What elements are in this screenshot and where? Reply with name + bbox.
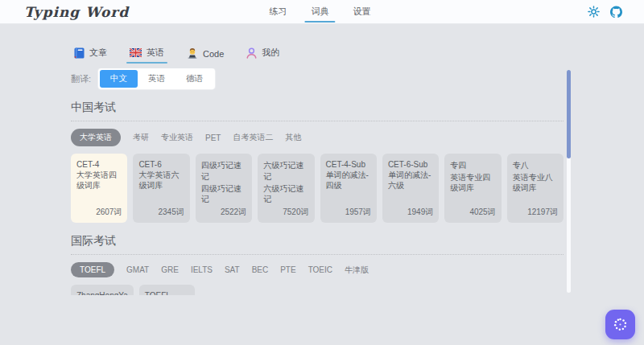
card-desc: 单词的减法-四级 [326, 170, 371, 191]
app-header: Typing Word 练习 词典 设置 [0, 0, 644, 24]
dict-card-toefl-common[interactable]: TOEFL 托福考试常见词 [139, 285, 195, 295]
card-word-count: 1949词 [407, 207, 433, 218]
filter-pill-sat[interactable]: SAT [225, 265, 240, 274]
filter-pills: 大学英语 考研 专业英语 PET 自考英语二 其他 [71, 129, 564, 146]
card-word-count: 7520词 [283, 207, 308, 218]
card-word-count: 4025词 [469, 207, 495, 218]
filter-pill-other[interactable]: 其他 [285, 132, 301, 143]
card-title: 专四 [450, 160, 495, 171]
nav-active-underline [304, 21, 335, 23]
tab-label: 我的 [262, 47, 279, 59]
header-icons [588, 0, 622, 23]
card-word-count: 12197词 [527, 207, 558, 218]
translate-option-chinese[interactable]: 中文 [100, 70, 138, 88]
dict-card-tem8[interactable]: 专八 英语专业八级词库 12197词 [507, 154, 564, 223]
dict-card-cet4-sub[interactable]: CET-4-Sub 单词的减法-四级 1957词 [320, 154, 377, 223]
card-title: CET-4-Sub [326, 160, 371, 169]
floating-settings-button[interactable] [605, 310, 635, 339]
filter-pill-college-english[interactable]: 大学英语 [71, 129, 121, 146]
section-title: 国际考试 [71, 234, 564, 248]
card-desc: 英语专业八级词库 [513, 172, 558, 193]
card-title: 四级巧记速记 [201, 160, 246, 183]
main-area: 文章 英语 [0, 24, 644, 345]
dictionary-cards: ZhangHongYa 的TOEFL词... TOEFL 托福考试常见词 [71, 285, 564, 295]
tab-mine[interactable]: 我的 [243, 45, 283, 64]
person-icon [246, 47, 257, 59]
dict-card-cet6-sub[interactable]: CET-6-Sub 单词的减法-六级 1949词 [382, 154, 439, 223]
app-logo: Typing Word [24, 4, 129, 20]
filter-pill-gre[interactable]: GRE [161, 265, 179, 274]
nav-item-practice[interactable]: 练习 [267, 0, 288, 23]
card-word-count: 1957词 [345, 207, 371, 218]
card-desc: 大学英语六级词库 [138, 170, 184, 191]
filter-pill-major-english[interactable]: 专业英语 [161, 132, 193, 143]
filter-pill-gmat[interactable]: GMAT [126, 265, 149, 274]
filter-pill-kaoyan[interactable]: 考研 [133, 132, 149, 143]
tab-code[interactable]: Code [184, 47, 227, 64]
tab-active-underline [126, 62, 167, 64]
tab-label: Code [203, 49, 224, 59]
dict-card-tem4[interactable]: 专四 英语专业四级词库 4025词 [444, 154, 501, 223]
translate-row: 翻译: 中文 英语 德语 [71, 68, 564, 89]
card-title: TOEFL [145, 291, 189, 295]
filter-pill-toeic[interactable]: TOEIC [308, 265, 332, 274]
tab-articles[interactable]: 文章 [71, 45, 110, 64]
filter-pill-ielts[interactable]: IELTS [191, 265, 213, 274]
dict-card-cet4-quick[interactable]: 四级巧记速记 四级巧记速记 2522词 [196, 154, 252, 223]
scrollbar-track[interactable] [567, 70, 571, 293]
card-desc: 四级巧记速记 [201, 183, 246, 204]
card-title: CET-4 [76, 160, 122, 169]
nav-item-label: 设置 [353, 6, 370, 18]
book-icon [74, 47, 85, 59]
github-icon[interactable] [610, 6, 622, 18]
translate-option-german[interactable]: 德语 [175, 70, 213, 88]
dictionary-cards: CET-4 大学英语四级词库 2607词 CET-6 大学英语六级词库 2345… [71, 154, 564, 223]
nav-item-dictionary[interactable]: 词典 [309, 0, 330, 23]
card-desc: 大学英语四级词库 [76, 170, 122, 191]
card-desc: 六级巧记速记 [263, 183, 308, 204]
card-desc: 英语专业四级词库 [450, 172, 495, 193]
filter-pill-bec[interactable]: BEC [252, 265, 269, 274]
nav-item-settings[interactable]: 设置 [351, 0, 372, 23]
filter-pill-oxford[interactable]: 牛津版 [345, 265, 369, 276]
nav-item-label: 词典 [311, 6, 328, 18]
translate-label: 翻译: [71, 73, 91, 85]
card-title: CET-6-Sub [388, 160, 433, 169]
card-word-count: 2345词 [159, 207, 184, 218]
dict-card-cet4[interactable]: CET-4 大学英语四级词库 2607词 [71, 154, 127, 223]
section-china-exams: 中国考试 大学英语 考研 专业英语 PET 自考英语二 其他 CET-4 大学英… [71, 101, 564, 223]
dotted-divider [71, 254, 564, 255]
dict-card-cet6-quick[interactable]: 六级巧记速记 六级巧记速记 7520词 [258, 154, 314, 223]
scrollbar-thumb[interactable] [567, 70, 571, 158]
filter-pills: TOEFL GMAT GRE IELTS SAT BEC PTE TOEIC 牛… [71, 262, 564, 277]
card-title: ZhangHongYa [76, 291, 128, 295]
dictionary-scroll-area: 翻译: 中文 英语 德语 中国考试 大学英语 考研 专业英语 PET 自考英语二… [71, 68, 564, 295]
uk-flag-icon [130, 48, 142, 57]
card-title: CET-6 [138, 160, 184, 169]
theme-sun-icon[interactable] [588, 6, 600, 18]
dotted-ring-icon [613, 317, 628, 332]
card-title: 专八 [513, 160, 558, 171]
dict-card-cet6[interactable]: CET-6 大学英语六级词库 2345词 [133, 154, 189, 223]
translate-segmented-control: 中文 英语 德语 [98, 68, 215, 89]
tab-label: 文章 [89, 47, 107, 59]
section-international-exams: 国际考试 TOEFL GMAT GRE IELTS SAT BEC PTE TO… [71, 234, 564, 295]
filter-pill-pte[interactable]: PTE [280, 265, 295, 274]
filter-pill-self-study[interactable]: 自考英语二 [233, 132, 273, 143]
card-desc: 单词的减法-六级 [388, 170, 433, 191]
section-title: 中国考试 [71, 101, 564, 115]
translate-option-english[interactable]: 英语 [138, 70, 175, 88]
filter-pill-toefl[interactable]: TOEFL [71, 262, 114, 277]
dictionary-tabs: 文章 英语 [71, 45, 564, 64]
card-word-count: 2522词 [221, 207, 246, 218]
tab-english[interactable]: 英语 [126, 45, 167, 64]
top-nav: 练习 词典 设置 [267, 0, 372, 23]
card-title: 六级巧记速记 [263, 160, 308, 183]
dotted-divider [71, 121, 564, 121]
nav-item-label: 练习 [269, 6, 287, 18]
dict-card-zhanghongya-toefl[interactable]: ZhangHongYa 的TOEFL词... [71, 285, 134, 295]
technologist-icon [187, 48, 198, 59]
tab-label: 英语 [147, 47, 164, 59]
filter-pill-pet[interactable]: PET [205, 133, 221, 142]
card-word-count: 2607词 [96, 207, 122, 218]
